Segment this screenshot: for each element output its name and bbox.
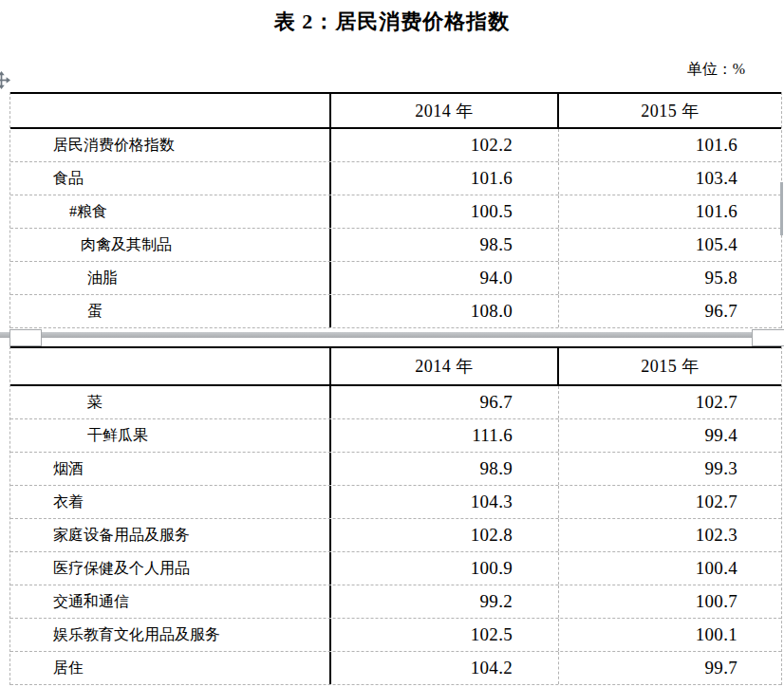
- value-2014: 108.0: [331, 295, 559, 327]
- table-row: 干鲜瓜果 111.6 99.4: [10, 419, 781, 453]
- document-page: 表 2：居民消费价格指数 单位：% 2014 年 2015 年 居民消费价格指数…: [0, 0, 784, 687]
- table-header-row: 2014 年 2015 年: [10, 346, 781, 386]
- value-2015: 99.4: [559, 419, 781, 452]
- header-year-2014: 2014 年: [331, 94, 559, 127]
- value-2015: 102.7: [559, 386, 781, 418]
- value-2015: 95.8: [559, 262, 781, 294]
- value-2015: 99.3: [559, 453, 781, 485]
- value-2014: 102.5: [331, 619, 559, 651]
- row-label: 衣着: [10, 486, 331, 518]
- value-2014: 102.2: [331, 129, 559, 161]
- value-2014: 96.7: [331, 386, 559, 418]
- unit-label: 单位：%: [687, 60, 745, 80]
- value-2014: 99.2: [331, 585, 559, 618]
- row-label: 居住: [10, 652, 331, 684]
- table-row: 肉禽及其制品 98.5 105.4: [10, 229, 781, 262]
- value-2015: 100.4: [559, 552, 781, 585]
- value-2014: 102.8: [331, 519, 559, 551]
- table-row: 医疗保健及个人用品 100.9 100.4: [10, 552, 781, 585]
- table-row: 居住 104.2 99.7: [10, 652, 781, 685]
- value-2015: 100.7: [559, 585, 781, 618]
- value-2014: 98.9: [331, 453, 559, 485]
- row-label: 娱乐教育文化用品及服务: [10, 619, 331, 651]
- row-label: 医疗保健及个人用品: [10, 552, 331, 585]
- value-2015: 100.1: [559, 619, 781, 651]
- row-label: 菜: [10, 386, 331, 418]
- cpi-table-part2: 2014 年 2015 年 菜 96.7 102.7 干鲜瓜果 111.6 99…: [9, 346, 782, 685]
- table-row: 衣着 104.3 102.7: [10, 486, 781, 519]
- scrollbar-fragment[interactable]: [780, 182, 783, 235]
- table-row: 菜 96.7 102.7: [10, 386, 781, 419]
- value-2015: 101.6: [559, 129, 781, 161]
- value-2014: 100.5: [331, 195, 559, 228]
- value-2014: 104.2: [331, 652, 559, 684]
- value-2015: 102.7: [559, 486, 781, 518]
- row-label: 居民消费价格指数: [10, 129, 331, 161]
- header-year-2015: 2015 年: [559, 348, 781, 384]
- header-blank-cell: [10, 94, 331, 127]
- value-2015: 102.3: [559, 519, 781, 551]
- table-resize-handle-left[interactable]: [9, 329, 42, 346]
- row-label: 油脂: [10, 262, 331, 294]
- row-label: 家庭设备用品及服务: [10, 519, 331, 551]
- table-row: #粮食 100.5 101.6: [10, 195, 781, 229]
- value-2015: 96.7: [559, 295, 781, 327]
- table-row: 居民消费价格指数 102.2 101.6: [10, 129, 781, 162]
- value-2014: 101.6: [331, 162, 559, 195]
- row-label: #粮食: [10, 195, 331, 228]
- table-row: 烟酒 98.9 99.3: [10, 453, 781, 486]
- table-row: 油脂 94.0 95.8: [10, 262, 781, 295]
- value-2015: 101.6: [559, 195, 781, 228]
- row-label: 干鲜瓜果: [10, 419, 331, 452]
- value-2014: 98.5: [331, 229, 559, 261]
- table-move-icon[interactable]: [0, 71, 10, 89]
- table-row: 蛋 108.0 96.7: [10, 295, 781, 328]
- header-blank-cell: [10, 348, 331, 384]
- row-label: 烟酒: [10, 453, 331, 485]
- cpi-table-part1: 2014 年 2015 年 居民消费价格指数 102.2 101.6 食品 10…: [9, 92, 782, 328]
- header-year-2014: 2014 年: [331, 348, 559, 384]
- value-2014: 100.9: [331, 552, 559, 585]
- value-2014: 111.6: [331, 419, 559, 452]
- row-label: 蛋: [10, 295, 331, 327]
- row-label: 交通和通信: [10, 585, 331, 618]
- table-header-row: 2014 年 2015 年: [10, 92, 781, 129]
- value-2014: 94.0: [331, 262, 559, 294]
- value-2015: 103.4: [559, 162, 781, 195]
- row-label: 食品: [10, 162, 331, 195]
- table-row: 食品 101.6 103.4: [10, 162, 781, 195]
- table-row: 娱乐教育文化用品及服务 102.5 100.1: [10, 619, 781, 652]
- value-2015: 105.4: [559, 229, 781, 261]
- row-label: 肉禽及其制品: [10, 229, 331, 261]
- table-resize-handle-right[interactable]: [752, 329, 784, 346]
- header-year-2015: 2015 年: [559, 94, 781, 127]
- value-2015: 99.7: [559, 652, 781, 684]
- value-2014: 104.3: [331, 486, 559, 518]
- table-row: 交通和通信 99.2 100.7: [10, 585, 781, 619]
- page-break-band: [0, 332, 784, 338]
- page-title: 表 2：居民消费价格指数: [0, 8, 784, 36]
- table-row: 家庭设备用品及服务 102.8 102.3: [10, 519, 781, 552]
